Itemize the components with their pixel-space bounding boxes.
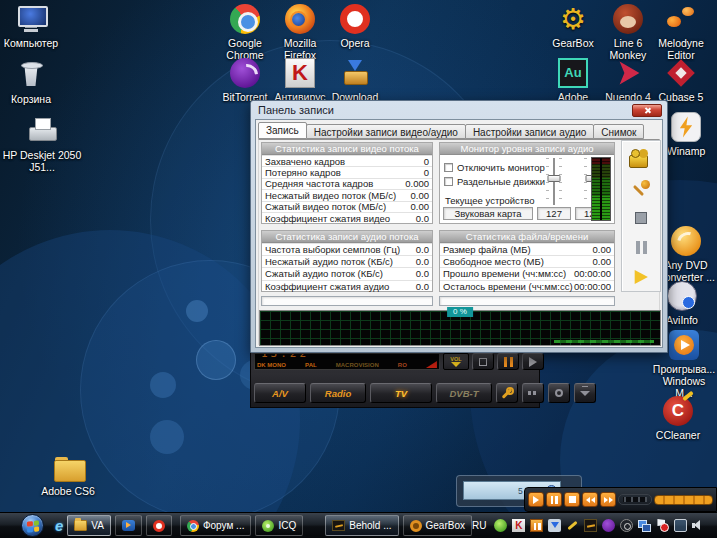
taskbar-button-explorer[interactable]: VA <box>67 515 111 536</box>
stop-icon <box>479 358 487 366</box>
desktop-icon-computer[interactable]: Компьютер <box>2 4 60 49</box>
desktop-icon-melodyne[interactable]: Melodyne Editor <box>652 4 710 61</box>
player-play-button[interactable] <box>528 492 544 507</box>
icq-flower-icon <box>262 520 274 532</box>
recording-panel-window: Панель записи Запись Настройки записи ви… <box>250 100 668 353</box>
tab-record[interactable]: Запись <box>258 122 307 139</box>
icq-tray-icon[interactable] <box>494 519 507 532</box>
tab-label: Настройки записи видео/аудио <box>314 127 458 138</box>
desktop-icon-chrome[interactable]: Google Chrome <box>216 4 274 61</box>
device-name-box: Звуковая карта <box>443 207 533 220</box>
tv-play-button[interactable] <box>522 353 544 370</box>
tv-tv-button[interactable]: TV <box>370 383 432 403</box>
stat-label: Размер файла (МБ) <box>443 244 531 255</box>
separate-sliders-checkbox[interactable]: Раздельные движки <box>444 176 545 187</box>
icon-label: Проигрыва... Windows M... <box>653 363 715 399</box>
stat-row: Свободное место (МБ)0.00 <box>440 255 614 267</box>
taskbar-button-label: VA <box>91 520 104 531</box>
internet-explorer-button[interactable]: e <box>55 517 63 534</box>
desktop-icon-printer[interactable]: HP Deskjet 2050 J51... <box>0 116 84 173</box>
status-bar-right <box>439 296 615 306</box>
player-progress-bar[interactable] <box>654 495 713 505</box>
tv-stop-button[interactable] <box>472 353 494 370</box>
tab-audio-settings[interactable]: Настройки записи аудио <box>465 124 594 139</box>
taskbar-button-wmp[interactable] <box>115 515 142 536</box>
desktop-icon-bittorrent[interactable]: BitTorrent <box>216 58 274 103</box>
gearbox-icon <box>410 520 422 532</box>
taskbar-button-forum[interactable]: Форум ... <box>180 515 252 536</box>
pause-tray-icon[interactable] <box>530 519 543 532</box>
taskbar-button-gearbox[interactable]: GearBox <box>403 515 472 536</box>
taskbar-button-icq[interactable]: ICQ <box>255 515 303 536</box>
tv-volume-indicator[interactable]: VOL <box>443 353 469 370</box>
tv-settings-button[interactable] <box>496 383 518 403</box>
desktop-icon-adobe-audition[interactable]: Au Adobe <box>544 58 602 103</box>
desktop-icon-firefox[interactable]: Mozilla Firefox <box>271 4 329 61</box>
action-center-flag-icon[interactable] <box>656 519 669 532</box>
desktop-icon-ccleaner[interactable]: C CCleaner <box>649 396 707 441</box>
behold-tv-tray-icon[interactable] <box>584 519 597 532</box>
language-indicator[interactable]: RU <box>472 520 486 531</box>
play-button[interactable] <box>626 265 656 289</box>
desktop-icon-cubase[interactable]: Cubase 5 <box>652 58 710 103</box>
volume-tray-icon[interactable] <box>692 519 705 532</box>
network-tray-icon[interactable] <box>638 519 651 532</box>
stat-value: 0.0 <box>416 244 429 255</box>
record-audio-button[interactable] <box>626 176 656 200</box>
bittorrent-tray-icon[interactable] <box>602 519 615 532</box>
start-button[interactable] <box>21 514 44 537</box>
desktop-icon-gearbox[interactable]: ⚙ GearBox <box>544 4 602 49</box>
stat-value: 0 <box>424 156 429 167</box>
desktop-icon-antivirus[interactable]: K Антивирус <box>271 58 329 103</box>
record-video-button[interactable] <box>626 146 656 170</box>
icon-label: Компьютер <box>4 37 58 49</box>
player-pause-button[interactable] <box>546 492 562 507</box>
player-forward-button[interactable] <box>600 492 616 507</box>
tv-radio-button[interactable]: Radio <box>310 383 366 403</box>
level-slider-left[interactable] <box>546 158 562 205</box>
desktop-icon-nuendo[interactable]: Nuendo 4 <box>599 58 657 103</box>
stat-label: Частота выборки семплов (Гц) <box>265 244 400 255</box>
title-bar[interactable]: Панель записи <box>251 101 667 119</box>
disable-monitor-checkbox[interactable]: Отключить монитор <box>444 162 545 173</box>
player-stop-button[interactable] <box>564 492 580 507</box>
tv-options-button[interactable] <box>522 383 544 403</box>
tv-pause-button[interactable] <box>497 353 519 370</box>
tv-record-button[interactable] <box>548 383 570 403</box>
player-rewind-button[interactable] <box>582 492 598 507</box>
desktop-icon-adobe-cs6[interactable]: Adobe CS6 <box>24 452 112 497</box>
kaspersky-tray-icon[interactable]: K <box>512 519 525 532</box>
desktop-icon-download[interactable]: Download <box>326 58 384 103</box>
tv-channel-button[interactable] <box>574 383 596 403</box>
tv-av-button[interactable]: A/V <box>254 383 306 403</box>
group-header: Монитор уровня записи аудио <box>440 143 614 155</box>
printer-icon <box>27 116 57 146</box>
utorrent-tray-icon[interactable] <box>620 519 633 532</box>
desktop-icon-recycle-bin[interactable]: Корзина <box>2 60 60 105</box>
stat-value: 0.000 <box>405 178 429 189</box>
pause-button[interactable] <box>626 235 656 259</box>
desktop-icon-line6-monkey[interactable]: Line 6 Monkey <box>599 4 657 61</box>
slider-thumb[interactable] <box>548 175 561 182</box>
tv-dvbt-button[interactable]: DVB-T <box>436 383 492 403</box>
taskbar-button-label: Behold ... <box>349 520 391 531</box>
pause-icon <box>551 496 558 504</box>
display-tray-icon[interactable] <box>674 519 687 532</box>
taskbar-button-behold[interactable]: Behold ... <box>325 515 398 536</box>
taskbar-button-label: ICQ <box>278 520 296 531</box>
stylus-tray-icon[interactable] <box>566 519 579 532</box>
stat-label: Несжатый видео поток (МБ/с) <box>265 190 396 201</box>
tab-snapshot[interactable]: Снимок <box>593 124 644 139</box>
stop-button[interactable] <box>626 206 656 230</box>
close-button[interactable] <box>632 104 662 117</box>
player-volume-control[interactable] <box>618 494 652 505</box>
dialog-client-area: Запись Настройки записи видео/аудио Наст… <box>255 119 663 348</box>
folder-icon <box>74 520 87 531</box>
tab-video-audio-settings[interactable]: Настройки записи видео/аудио <box>306 124 466 139</box>
wmp-icon <box>122 520 135 531</box>
desktop-icon-opera[interactable]: Opera <box>326 4 384 49</box>
stat-value: 0.0 <box>416 256 429 267</box>
stat-label: Сжатый видео поток (МБ/с) <box>265 201 386 212</box>
taskbar-button-opera[interactable] <box>146 515 172 536</box>
download-master-tray-icon[interactable] <box>548 519 561 532</box>
